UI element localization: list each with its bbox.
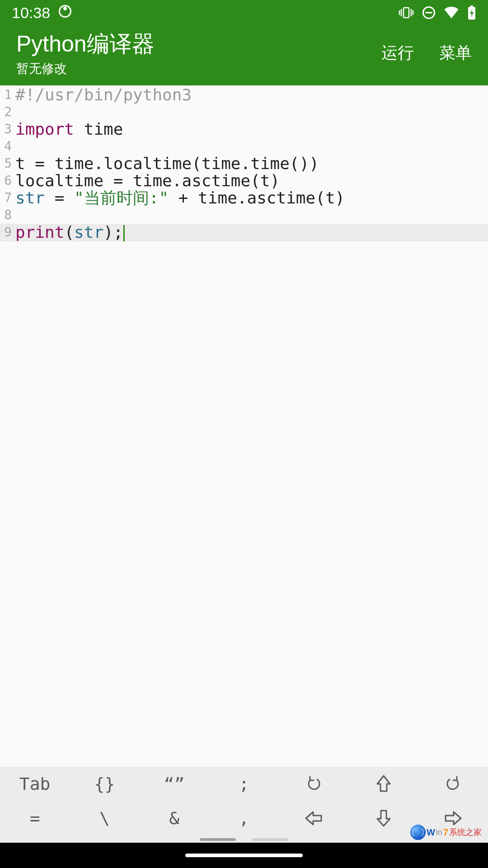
line-number: 6 xyxy=(0,172,14,187)
line-number: 3 xyxy=(0,121,14,136)
watermark: W in 7 系统之家 xyxy=(410,825,482,840)
key-quotes[interactable]: “” xyxy=(140,767,209,801)
code-content[interactable]: localtime = time.asctime(t) xyxy=(14,172,280,189)
key-left[interactable] xyxy=(279,801,348,835)
key-down[interactable] xyxy=(348,801,418,835)
globe-icon xyxy=(410,825,426,840)
shift-icon xyxy=(375,774,393,794)
down-icon xyxy=(375,808,392,829)
status-time: 10:38 xyxy=(12,4,50,22)
line-number: 4 xyxy=(0,138,14,153)
key-comma[interactable]: , xyxy=(209,801,279,835)
key-semicolon[interactable]: ; xyxy=(209,767,279,801)
code-content[interactable]: str = "当前时间:" + time.asctime(t) xyxy=(14,189,345,207)
code-line[interactable]: 9print(str); xyxy=(0,224,488,241)
right-icon xyxy=(443,810,464,826)
line-number: 1 xyxy=(0,86,14,101)
line-number: 9 xyxy=(0,224,14,239)
nav-bar xyxy=(0,843,488,868)
code-line[interactable]: 3import time xyxy=(0,121,488,138)
vibrate-icon xyxy=(399,6,414,19)
accessory-row-1: Tab{}“”; xyxy=(0,767,488,801)
code-content[interactable]: import time xyxy=(14,121,123,138)
code-line[interactable]: 2 xyxy=(0,104,488,121)
key-undo[interactable] xyxy=(279,767,348,801)
dnd-icon xyxy=(422,6,436,19)
status-bar: 10:38 xyxy=(0,0,488,25)
line-number: 2 xyxy=(0,104,14,118)
left-icon xyxy=(303,810,324,826)
code-content[interactable]: #!/usr/bin/python3 xyxy=(14,86,192,104)
key-ampersand[interactable]: & xyxy=(140,801,209,835)
code-line[interactable]: 4 xyxy=(0,138,488,155)
line-number: 8 xyxy=(0,207,14,222)
menu-button[interactable]: 菜单 xyxy=(439,42,472,64)
undo-icon xyxy=(305,775,323,793)
key-braces[interactable]: {} xyxy=(70,767,139,801)
key-backslash[interactable]: \ xyxy=(70,801,139,835)
code-line[interactable]: 5t = time.localtime(time.time()) xyxy=(0,155,488,172)
line-number: 7 xyxy=(0,189,14,204)
code-line[interactable]: 8 xyxy=(0,207,488,224)
code-content[interactable]: t = time.localtime(time.time()) xyxy=(14,155,319,172)
text-cursor xyxy=(123,225,125,241)
code-line[interactable]: 6localtime = time.asctime(t) xyxy=(0,172,488,189)
app-subtitle: 暂无修改 xyxy=(16,60,155,77)
code-line[interactable]: 1#!/usr/bin/python3 xyxy=(0,86,488,104)
home-indicator[interactable] xyxy=(185,854,303,857)
key-equals[interactable]: = xyxy=(0,801,70,835)
key-shift[interactable] xyxy=(348,767,418,801)
svg-point-1 xyxy=(63,6,67,10)
key-redo[interactable] xyxy=(418,767,488,801)
line-number: 5 xyxy=(0,155,14,170)
svg-rect-2 xyxy=(404,8,409,18)
app-header: Python编译器 暂无修改 运行 菜单 xyxy=(0,25,488,85)
redo-icon xyxy=(444,775,462,793)
app-indicator-icon xyxy=(58,4,72,22)
svg-rect-5 xyxy=(470,5,473,7)
battery-icon xyxy=(467,5,476,20)
wifi-icon xyxy=(444,6,459,19)
code-line[interactable]: 7str = "当前时间:" + time.asctime(t) xyxy=(0,189,488,207)
app-title: Python编译器 xyxy=(16,29,155,59)
code-editor[interactable]: 1#!/usr/bin/python323import time45t = ti… xyxy=(0,85,488,241)
code-content[interactable]: print(str); xyxy=(14,224,125,241)
run-button[interactable]: 运行 xyxy=(381,42,414,64)
key-tab[interactable]: Tab xyxy=(0,767,70,801)
